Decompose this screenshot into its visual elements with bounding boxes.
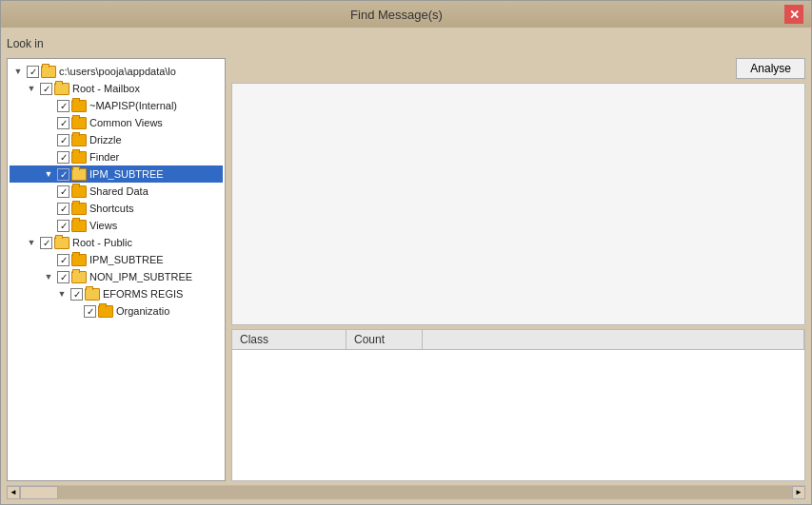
scroll-thumb[interactable] — [20, 486, 58, 499]
checkbox-root-public[interactable]: ✓ — [40, 237, 52, 249]
tree-item-root-public[interactable]: ▼ ✓ Root - Public — [10, 234, 223, 251]
checkbox-drizzle[interactable]: ✓ — [57, 134, 69, 146]
scroll-right-button[interactable]: ► — [792, 486, 805, 499]
label-shared-data: Shared Data — [89, 185, 149, 197]
tree-item-root-mailbox[interactable]: ▼ ✓ Root - Mailbox — [10, 80, 223, 97]
folder-icon-root-mailbox — [54, 83, 69, 95]
checkbox-ipm-subtree2[interactable]: ✓ — [57, 254, 69, 266]
tree-item-shortcuts[interactable]: ▶ ✓ Shortcuts — [10, 200, 223, 217]
tree-item-common-views[interactable]: ▶ ✓ Common Views — [10, 114, 223, 131]
expander-eforms-regis[interactable]: ▼ — [55, 287, 69, 301]
look-in-bar: Look in — [7, 33, 805, 54]
expander-root-mailbox[interactable]: ▼ — [25, 82, 38, 95]
tree-item-eforms-regis[interactable]: ▼ ✓ EFORMS REGIS — [10, 285, 223, 302]
horizontal-scrollbar[interactable]: ◄ ► — [7, 485, 805, 498]
label-organizatio: Organizatio — [116, 305, 169, 317]
label-shortcuts: Shortcuts — [89, 203, 133, 214]
tree-item-drizzle[interactable]: ▶ ✓ Drizzle — [10, 131, 223, 148]
label-common-views: Common Views — [89, 117, 163, 128]
folder-icon-shortcuts — [71, 203, 87, 215]
scroll-left-button[interactable]: ◄ — [7, 486, 20, 499]
checkbox-common-views[interactable]: ✓ — [57, 117, 69, 129]
label-root-drive: c:\users\pooja\appdata\lo — [59, 66, 176, 77]
analyse-button[interactable]: Analyse — [736, 58, 805, 79]
col-header-class: Class — [232, 330, 347, 349]
tree-item-ipm-subtree2[interactable]: ▶ ✓ IPM_SUBTREE — [10, 251, 223, 268]
tree-item-views[interactable]: ▶ ✓ Views — [10, 217, 223, 234]
folder-icon-eforms-regis — [85, 288, 100, 301]
col-header-extra — [423, 330, 804, 349]
scroll-track[interactable] — [20, 486, 792, 499]
folder-icon-common-views — [71, 117, 87, 129]
checkbox-non-ipm-subtree[interactable]: ✓ — [57, 271, 69, 283]
main-panel: ▼ ✓ c:\users\pooja\appdata\lo ▼ ✓ Root -… — [7, 58, 805, 481]
folder-icon-organizatio — [98, 305, 113, 318]
label-mapisp: ~MAPISP(Internal) — [89, 100, 177, 111]
label-non-ipm-subtree: NON_IPM_SUBTREE — [89, 271, 192, 282]
tree-item-ipm-subtree[interactable]: ▼ ✓ IPM_SUBTREE — [10, 165, 223, 183]
folder-icon-mapisp — [71, 100, 87, 112]
tree-panel[interactable]: ▼ ✓ c:\users\pooja\appdata\lo ▼ ✓ Root -… — [7, 58, 226, 481]
close-button[interactable]: ✕ — [784, 5, 803, 24]
label-eforms-regis: EFORMS REGIS — [103, 288, 183, 300]
folder-icon-root-drive — [41, 66, 56, 78]
expander-root-drive[interactable]: ▼ — [11, 65, 25, 78]
label-root-mailbox: Root - Mailbox — [72, 83, 140, 94]
message-display — [231, 83, 805, 325]
folder-icon-ipm-subtree2 — [71, 254, 87, 266]
folder-icon-shared-data — [71, 185, 87, 198]
label-ipm-subtree2: IPM_SUBTREE — [89, 254, 164, 265]
find-messages-window: Find Message(s) ✕ Look in ▼ ✓ c:\users\p… — [0, 0, 812, 505]
label-views: Views — [89, 220, 117, 231]
checkbox-mapisp[interactable]: ✓ — [57, 100, 69, 112]
checkbox-root-mailbox[interactable]: ✓ — [40, 83, 52, 95]
results-header: Class Count — [232, 330, 804, 350]
content-area: Look in ▼ ✓ c:\users\pooja\appdata\lo ▼ … — [1, 28, 811, 504]
title-bar: Find Message(s) ✕ — [1, 1, 811, 28]
checkbox-views[interactable]: ✓ — [57, 220, 69, 232]
analyse-btn-row: Analyse — [231, 58, 805, 79]
tree-item-mapisp[interactable]: ▶ ✓ ~MAPISP(Internal) — [10, 97, 223, 114]
checkbox-ipm-subtree[interactable]: ✓ — [57, 168, 69, 181]
tree-item-finder[interactable]: ▶ ✓ Finder — [10, 148, 223, 165]
folder-icon-finder — [71, 151, 87, 164]
folder-icon-root-public — [54, 237, 69, 249]
folder-icon-views — [71, 220, 87, 232]
tree-item-non-ipm-subtree[interactable]: ▼ ✓ NON_IPM_SUBTREE — [10, 268, 223, 285]
col-header-count: Count — [347, 330, 423, 349]
expander-ipm-subtree[interactable]: ▼ — [42, 167, 55, 181]
tree-item-organizatio[interactable]: ▶ ✓ Organizatio — [10, 302, 223, 320]
expander-non-ipm-subtree[interactable]: ▼ — [42, 270, 55, 283]
expander-root-public[interactable]: ▼ — [25, 236, 38, 249]
label-finder: Finder — [89, 151, 119, 163]
look-in-label: Look in — [7, 37, 44, 50]
checkbox-organizatio[interactable]: ✓ — [84, 305, 96, 318]
results-table: Class Count — [231, 329, 805, 481]
folder-icon-non-ipm-subtree — [71, 271, 87, 283]
tree-item-root-drive[interactable]: ▼ ✓ c:\users\pooja\appdata\lo — [10, 63, 223, 80]
checkbox-shared-data[interactable]: ✓ — [57, 185, 69, 198]
right-panel: Analyse Class Count — [231, 58, 805, 481]
checkbox-eforms-regis[interactable]: ✓ — [70, 288, 83, 301]
tree-item-shared-data[interactable]: ▶ ✓ Shared Data — [10, 183, 223, 200]
checkbox-root-drive[interactable]: ✓ — [27, 66, 39, 78]
window-title: Find Message(s) — [9, 8, 784, 22]
checkbox-shortcuts[interactable]: ✓ — [57, 203, 69, 215]
label-drizzle: Drizzle — [89, 134, 122, 146]
label-ipm-subtree: IPM_SUBTREE — [89, 168, 164, 180]
folder-icon-drizzle — [71, 134, 87, 146]
label-root-public: Root - Public — [72, 237, 132, 248]
checkbox-finder[interactable]: ✓ — [57, 151, 69, 164]
folder-icon-ipm-subtree — [71, 168, 87, 181]
